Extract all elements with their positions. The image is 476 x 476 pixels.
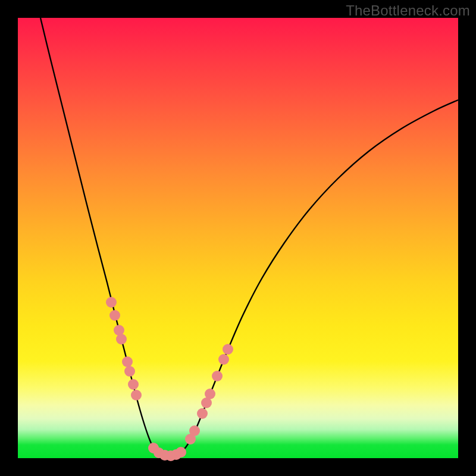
data-dot	[131, 390, 142, 400]
data-dot	[223, 344, 233, 355]
right-branch-dots	[185, 344, 233, 444]
trough-dots	[148, 443, 186, 461]
plot-area	[18, 18, 458, 458]
data-dot	[109, 310, 120, 321]
data-dot	[197, 408, 208, 419]
data-dot	[218, 354, 229, 365]
data-dot	[128, 379, 139, 390]
data-dot	[212, 371, 223, 381]
data-dot	[205, 389, 215, 399]
data-dot	[176, 447, 186, 458]
data-dot	[116, 334, 127, 345]
data-dot	[124, 366, 135, 377]
bottleneck-curve	[40, 18, 458, 456]
chart-frame: TheBottleneck.com	[0, 0, 476, 476]
data-dot	[106, 297, 117, 308]
data-dot	[122, 356, 133, 367]
data-dot	[189, 425, 200, 436]
curve-svg	[18, 18, 458, 458]
watermark-text: TheBottleneck.com	[346, 2, 470, 19]
